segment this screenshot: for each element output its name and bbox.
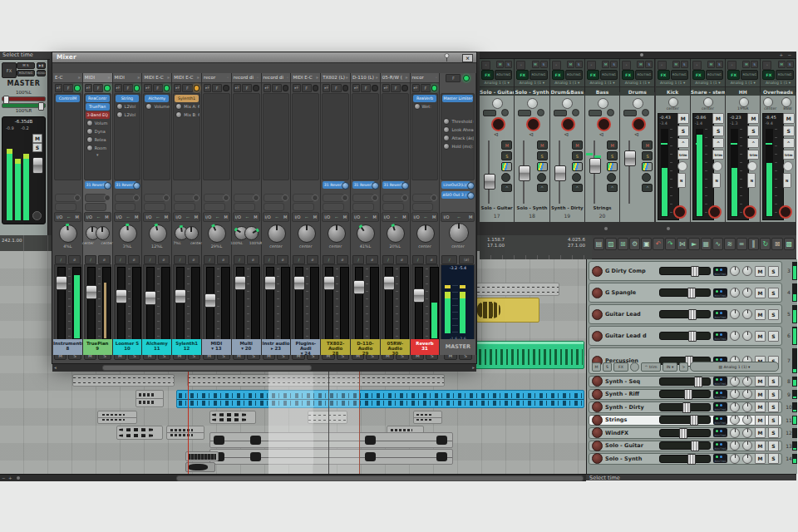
fx-bypass-button[interactable]: ▸F bbox=[382, 84, 390, 92]
drum-solo-button[interactable]: S bbox=[783, 126, 795, 136]
env-button[interactable]: / bbox=[174, 255, 185, 264]
env-button[interactable]: / bbox=[115, 255, 126, 264]
empty-hw-slot[interactable] bbox=[174, 203, 195, 211]
clip-graypair[interactable] bbox=[166, 426, 204, 440]
fold-icon[interactable]: ^ bbox=[783, 138, 795, 148]
mute-micro-button[interactable]: M bbox=[496, 61, 504, 68]
envelope-icon[interactable]: ∿ bbox=[712, 238, 723, 250]
drum-solo-button[interactable]: S bbox=[677, 126, 689, 136]
track-label[interactable]: Reverb31 bbox=[411, 339, 440, 355]
fx-pre-button[interactable]: F bbox=[93, 84, 103, 92]
channel-header[interactable]: TX802 (L)» bbox=[321, 73, 350, 83]
fx-bypass-button[interactable]: ▸F bbox=[234, 84, 241, 92]
pan-knob[interactable] bbox=[730, 266, 740, 276]
env-button[interactable]: / bbox=[204, 255, 215, 264]
record-arm-button[interactable] bbox=[743, 205, 756, 219]
fader-cap[interactable] bbox=[383, 276, 395, 290]
routing-button[interactable]: ROUTING bbox=[635, 70, 653, 80]
pin-icon[interactable] bbox=[444, 53, 450, 62]
input-select[interactable]: Analog 1 (1 ▾ bbox=[692, 80, 724, 86]
routing-button[interactable]: ROUTING bbox=[495, 70, 512, 80]
project-settings-icon[interactable]: ⚙ bbox=[629, 238, 640, 250]
track-label[interactable]: TX802-Audio28 bbox=[321, 339, 350, 355]
phase-button[interactable]: ø bbox=[128, 255, 140, 264]
fx-slot[interactable]: ReaContr bbox=[86, 95, 110, 102]
channel-header[interactable]: D-110 (L)» bbox=[351, 73, 380, 83]
empty-hw-slot[interactable] bbox=[264, 203, 285, 211]
clip-darkblob[interactable] bbox=[185, 462, 215, 472]
record-arm-knob[interactable] bbox=[592, 453, 603, 464]
track-row[interactable]: Synth - DirtyROUTINGMS bbox=[589, 401, 782, 413]
empty-hw-slot[interactable] bbox=[85, 203, 106, 211]
env-button[interactable]: / bbox=[234, 255, 245, 264]
solo-button[interactable]: S bbox=[768, 376, 779, 387]
bus-fader-cap[interactable] bbox=[519, 165, 530, 181]
routing-button[interactable]: ROUTING bbox=[565, 70, 583, 80]
fx-enable-led[interactable] bbox=[74, 85, 80, 91]
channel-header[interactable]: MIDI E-C» bbox=[291, 73, 320, 83]
record-arm-button[interactable] bbox=[708, 205, 722, 219]
fader-cap[interactable] bbox=[264, 276, 276, 290]
volume-slider[interactable] bbox=[659, 390, 711, 398]
bus-solo-button[interactable]: S bbox=[537, 151, 548, 160]
trim-knob[interactable] bbox=[642, 109, 649, 116]
volume-thumb[interactable] bbox=[688, 331, 697, 342]
clip-wavedark[interactable] bbox=[185, 451, 219, 461]
fader-cap[interactable] bbox=[234, 276, 246, 290]
fx-enable-led[interactable] bbox=[253, 85, 259, 91]
send-knob-empty[interactable] bbox=[223, 195, 229, 201]
trim-chip[interactable]: trim bbox=[677, 150, 689, 160]
record-arm-knob[interactable] bbox=[592, 266, 603, 277]
send-knob-empty[interactable] bbox=[74, 195, 81, 201]
fader-cap[interactable] bbox=[56, 276, 67, 290]
solo-micro-button[interactable]: S bbox=[575, 61, 583, 68]
phase-button[interactable]: ø bbox=[337, 255, 348, 264]
master-ms-micro[interactable]: M S bbox=[17, 62, 35, 69]
fx-slot[interactable]: TruePian bbox=[86, 103, 110, 111]
input-select[interactable]: Analog 1 (1 ▾ bbox=[761, 80, 794, 86]
width-knob[interactable] bbox=[742, 266, 752, 276]
fx-bypass-button[interactable]: ▸F bbox=[174, 84, 181, 92]
solo-micro-button[interactable]: S bbox=[645, 61, 653, 68]
volume-thumb[interactable] bbox=[684, 389, 692, 400]
input-chip[interactable]: N bbox=[747, 173, 756, 188]
io-row[interactable]: I/O⌐M bbox=[322, 212, 349, 222]
zoom-in-icon[interactable]: + bbox=[8, 475, 12, 480]
master-fx-button[interactable]: FX bbox=[2, 62, 17, 78]
bus-mute-button[interactable]: M bbox=[572, 140, 583, 150]
channel-header[interactable]: 05-R/W (» bbox=[381, 73, 410, 83]
fx-pre-button[interactable]: F bbox=[446, 74, 461, 82]
bus-solo-button[interactable]: S bbox=[572, 151, 583, 160]
mute-micro-button[interactable]: M bbox=[672, 61, 680, 68]
pan-knob[interactable] bbox=[268, 224, 286, 243]
env-chip[interactable] bbox=[623, 110, 637, 116]
solo-button[interactable]: S bbox=[768, 441, 779, 451]
param-knob[interactable] bbox=[443, 126, 450, 133]
width-knob[interactable] bbox=[742, 402, 752, 412]
param-knob[interactable] bbox=[175, 103, 182, 110]
width-knob[interactable] bbox=[742, 454, 752, 464]
env-button[interactable]: / bbox=[264, 255, 275, 264]
drum-mute-button[interactable]: M bbox=[712, 113, 724, 124]
env-knob[interactable] bbox=[677, 161, 687, 171]
param-knob[interactable] bbox=[86, 136, 93, 143]
fx-bypass-button[interactable]: ▸F bbox=[293, 84, 300, 92]
phase-button[interactable]: ø bbox=[426, 255, 437, 264]
input-fx-icon[interactable]: ◦ bbox=[658, 61, 667, 70]
bus-fader-cap[interactable] bbox=[554, 165, 566, 181]
env-knob[interactable] bbox=[783, 161, 793, 171]
bus-fader-cap[interactable] bbox=[589, 158, 601, 174]
env-stripes-icon[interactable] bbox=[537, 162, 548, 171]
fx-enable-led[interactable] bbox=[401, 85, 407, 91]
master-fader-cap[interactable] bbox=[32, 157, 43, 174]
fx-bypass-button[interactable]: ▸F bbox=[204, 84, 211, 92]
io-row[interactable]: I/O⌐M bbox=[263, 212, 290, 222]
io-row[interactable]: I/O⌐M bbox=[143, 212, 170, 222]
routing-button[interactable]: ROUTING bbox=[713, 267, 727, 276]
scroll-dot-icon[interactable] bbox=[640, 53, 643, 57]
master-pan-knob[interactable] bbox=[449, 223, 469, 243]
env-button[interactable]: / bbox=[412, 255, 424, 264]
volume-thumb[interactable] bbox=[691, 266, 699, 277]
pan-knob[interactable] bbox=[298, 224, 316, 243]
bus-solo-button[interactable]: S bbox=[642, 151, 653, 160]
